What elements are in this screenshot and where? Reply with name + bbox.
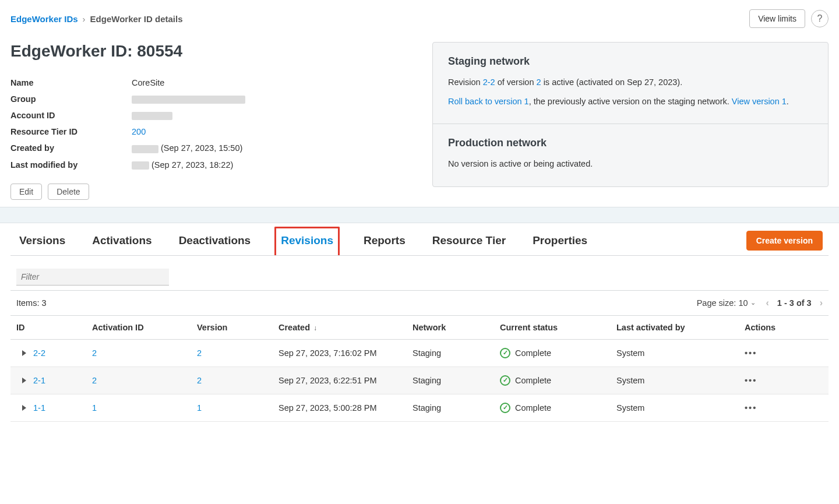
breadcrumb-current: EdgeWorker ID details xyxy=(90,14,183,24)
col-activation-id[interactable]: Activation ID xyxy=(86,316,191,340)
items-count: Items: 3 xyxy=(16,298,47,308)
production-text: No version is active or being activated. xyxy=(448,157,813,171)
status-badge: ✓Complete xyxy=(500,403,605,413)
col-last-activated-by[interactable]: Last activated by xyxy=(611,316,739,340)
revision-id-link[interactable]: 1-1 xyxy=(33,403,45,413)
tab-properties[interactable]: Properties xyxy=(530,227,590,255)
activation-id-link[interactable]: 2 xyxy=(92,348,97,358)
table-row: 2-1 2 2 Sep 27, 2023, 6:22:51 PM Staging… xyxy=(10,366,829,394)
table-row: 1-1 1 1 Sep 27, 2023, 5:00:28 PM Staging… xyxy=(10,394,829,421)
label-account-id: Account ID xyxy=(10,111,132,120)
value-group xyxy=(132,94,245,104)
next-page-icon[interactable]: › xyxy=(820,298,823,308)
row-actions-menu[interactable]: ••• xyxy=(745,403,757,413)
page-range: 1 - 3 of 3 xyxy=(777,298,812,308)
col-actions: Actions xyxy=(739,316,829,340)
cell-created: Sep 27, 2023, 7:16:02 PM xyxy=(273,339,407,366)
breadcrumb: EdgeWorker IDs › EdgeWorker ID details xyxy=(10,14,183,24)
tab-versions[interactable]: Versions xyxy=(16,227,68,255)
check-circle-icon: ✓ xyxy=(500,375,510,386)
version-link[interactable]: 2 xyxy=(197,348,202,358)
prev-page-icon[interactable]: ‹ xyxy=(766,298,769,308)
label-group: Group xyxy=(10,94,132,104)
revisions-table: ID Activation ID Version Created↓ Networ… xyxy=(10,316,829,422)
expand-row-icon[interactable] xyxy=(22,378,26,383)
cell-network: Staging xyxy=(407,339,494,366)
staging-version-link[interactable]: 2 xyxy=(537,77,541,87)
value-created-by: (Sep 27, 2023, 15:50) xyxy=(132,143,242,153)
breadcrumb-root-link[interactable]: EdgeWorker IDs xyxy=(10,14,78,24)
expand-row-icon[interactable] xyxy=(22,350,26,356)
delete-button[interactable]: Delete xyxy=(48,184,89,200)
staging-text-2: Roll back to version 1, the previously a… xyxy=(448,95,813,108)
label-created-by: Created by xyxy=(10,143,132,153)
staging-text-1: Revision 2-2 of version 2 is active (act… xyxy=(448,76,813,89)
cell-last-by: System xyxy=(611,339,739,366)
status-badge: ✓Complete xyxy=(500,348,605,358)
tab-revisions[interactable]: Revisions xyxy=(274,227,340,255)
revision-id-link[interactable]: 2-1 xyxy=(33,376,45,385)
view-limits-button[interactable]: View limits xyxy=(749,9,805,28)
expand-row-icon[interactable] xyxy=(22,405,26,411)
col-status[interactable]: Current status xyxy=(494,316,611,340)
resource-tier-link[interactable]: 200 xyxy=(132,127,146,136)
label-name: Name xyxy=(10,78,132,87)
edit-button[interactable]: Edit xyxy=(10,184,42,200)
version-link[interactable]: 1 xyxy=(197,403,202,413)
rollback-link[interactable]: Roll back to version 1 xyxy=(448,97,529,106)
value-account-id xyxy=(132,111,172,120)
col-network[interactable]: Network xyxy=(407,316,494,340)
row-actions-menu[interactable]: ••• xyxy=(745,348,757,358)
view-version-link[interactable]: View version 1 xyxy=(732,97,787,106)
check-circle-icon: ✓ xyxy=(500,403,510,413)
production-title: Production network xyxy=(448,137,813,149)
create-version-button[interactable]: Create version xyxy=(746,231,823,251)
sort-desc-icon: ↓ xyxy=(313,324,317,332)
activation-id-link[interactable]: 1 xyxy=(92,403,97,413)
filter-input[interactable] xyxy=(16,269,169,286)
chevron-down-icon: ⌄ xyxy=(750,299,756,306)
tab-deactivations[interactable]: Deactivations xyxy=(176,227,254,255)
tab-resource-tier[interactable]: Resource Tier xyxy=(429,227,509,255)
check-circle-icon: ✓ xyxy=(500,348,510,358)
cell-last-by: System xyxy=(611,366,739,394)
help-icon[interactable]: ? xyxy=(811,10,829,27)
cell-created: Sep 27, 2023, 5:00:28 PM xyxy=(273,394,407,421)
col-id[interactable]: ID xyxy=(10,316,86,340)
cell-network: Staging xyxy=(407,366,494,394)
value-modified-by: (Sep 27, 2023, 18:22) xyxy=(132,160,233,170)
separator-band xyxy=(0,207,839,223)
status-badge: ✓Complete xyxy=(500,375,605,386)
staging-revision-link[interactable]: 2-2 xyxy=(483,77,495,87)
value-name: CoreSite xyxy=(132,78,164,87)
version-link[interactable]: 2 xyxy=(197,376,202,385)
cell-last-by: System xyxy=(611,394,739,421)
label-modified-by: Last modified by xyxy=(10,160,132,170)
page-size-selector[interactable]: Page size: 10 ⌄ xyxy=(697,298,756,308)
cell-created: Sep 27, 2023, 6:22:51 PM xyxy=(273,366,407,394)
row-actions-menu[interactable]: ••• xyxy=(745,376,757,385)
table-row: 2-2 2 2 Sep 27, 2023, 7:16:02 PM Staging… xyxy=(10,339,829,366)
col-version[interactable]: Version xyxy=(191,316,273,340)
page-title: EdgeWorker ID: 80554 xyxy=(10,42,421,61)
breadcrumb-separator: › xyxy=(83,14,86,24)
tab-activations[interactable]: Activations xyxy=(89,227,154,255)
tab-reports[interactable]: Reports xyxy=(361,227,408,255)
revision-id-link[interactable]: 2-2 xyxy=(33,348,45,358)
cell-network: Staging xyxy=(407,394,494,421)
col-created[interactable]: Created↓ xyxy=(273,316,407,340)
activation-id-link[interactable]: 2 xyxy=(92,376,97,385)
label-resource-tier: Resource Tier ID xyxy=(10,127,132,136)
network-panel: Staging network Revision 2-2 of version … xyxy=(432,42,829,187)
staging-title: Staging network xyxy=(448,55,813,68)
